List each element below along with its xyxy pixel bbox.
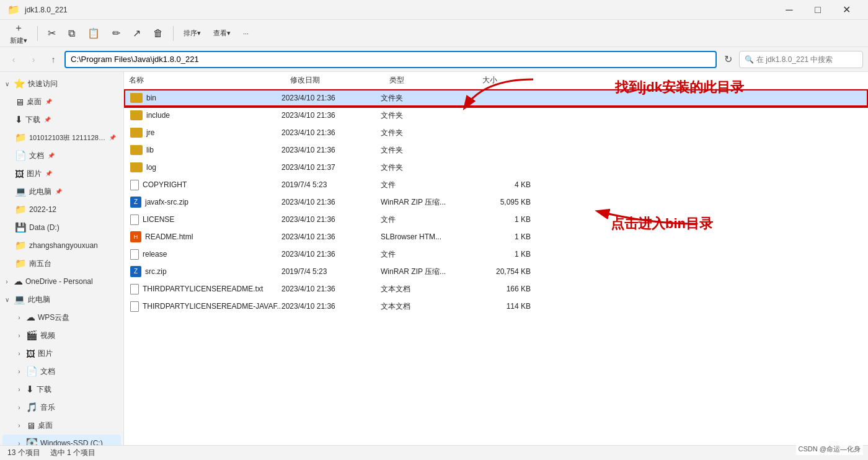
sidebar-item-onedrive[interactable]: › ☁ OneDrive - Personal — [2, 273, 121, 290]
file-name-cell: THIRDPARTYLICENSEREADME.txt — [130, 284, 281, 294]
file-list: bin 2023/4/10 21:36 文件夹 include 2023/4/1… — [124, 89, 868, 315]
cut-button[interactable]: ✂ — [43, 22, 61, 45]
file-type-cell: 文件夹 — [381, 93, 474, 104]
status-bar: 13 个项目 选中 1 个项目 — [0, 445, 868, 460]
back-button[interactable]: ‹ — [5, 51, 22, 68]
table-row[interactable]: Z javafx-src.zip 2023/4/10 21:36 WinRAR … — [124, 193, 868, 211]
folder-icon-4: 📁 — [15, 258, 27, 269]
sidebar-item-pictures[interactable]: 🖼 图片 📌 — [2, 165, 121, 182]
paste-button[interactable]: 📋 — [82, 22, 105, 45]
table-row[interactable]: THIRDPARTYLICENSEREADME.txt 2023/4/10 21… — [124, 280, 868, 298]
column-name[interactable]: 名称 — [129, 75, 290, 86]
file-size-cell: 166 KB — [474, 285, 536, 293]
close-button[interactable]: ✕ — [832, 0, 861, 20]
table-row[interactable]: THIRDPARTYLICENSEREADME-JAVAF... 2023/4/… — [124, 298, 868, 315]
share-icon: ↗ — [133, 27, 141, 39]
search-box[interactable]: 🔍 — [739, 51, 863, 68]
html-icon: H — [130, 231, 141, 242]
up-button[interactable]: ↑ — [45, 51, 62, 68]
more-button[interactable]: ··· — [238, 22, 254, 45]
file-size-cell: 1 KB — [474, 232, 536, 241]
sidebar-item-thispc[interactable]: 💻 此电脑 📌 — [2, 183, 121, 200]
file-date-cell: 2023/4/10 21:36 — [281, 285, 381, 293]
window-title: jdk1.8.0_221 — [25, 6, 68, 14]
chevron-right-icon-9: › — [15, 440, 24, 446]
file-icon — [130, 215, 139, 225]
sidebar-item-desktop2[interactable]: › 🖥 桌面 — [2, 417, 121, 434]
sidebar-item-music[interactable]: › 🎵 音乐 — [2, 399, 121, 416]
new-button[interactable]: ＋ 新建▾ — [5, 22, 32, 45]
maximize-button[interactable]: □ — [804, 0, 832, 20]
table-row[interactable]: release 2023/4/10 21:36 文件 1 KB — [124, 245, 868, 263]
toolbar: ＋ 新建▾ ✂ ⧉ 📋 ✏ ↗ 🗑 排序▾ 查看▾ ··· — [0, 20, 868, 47]
sidebar-item-wps[interactable]: › ☁ WPS云盘 — [2, 309, 121, 326]
table-row[interactable]: log 2023/4/10 21:37 文件夹 — [124, 159, 868, 176]
sidebar-item-class[interactable]: 📁 101012103班 1211128 王鑫 📌 — [2, 129, 121, 146]
pin-icon-4: 📌 — [48, 153, 55, 159]
column-size[interactable]: 大小 — [482, 75, 544, 86]
copy-button[interactable]: ⧉ — [63, 22, 80, 45]
cloud-icon-2: ☁ — [26, 312, 35, 323]
pin-icon-2: 📌 — [44, 117, 51, 123]
view-button[interactable]: 查看▾ — [208, 22, 236, 45]
sidebar-item-downloads2[interactable]: › ⬇ 下载 — [2, 381, 121, 398]
file-type-cell: WinRAR ZIP 压缩... — [381, 197, 474, 208]
file-name-cell: include — [130, 110, 281, 120]
drive-icon-2: 💽 — [26, 438, 38, 445]
file-icon — [130, 249, 139, 260]
table-row[interactable]: include 2023/4/10 21:36 文件夹 — [124, 107, 868, 124]
file-type-cell: 文件夹 — [381, 162, 474, 173]
file-name-cell: bin — [130, 93, 281, 103]
table-row[interactable]: Z src.zip 2019/7/4 5:23 WinRAR ZIP 压缩...… — [124, 263, 868, 280]
sidebar-item-desktop[interactable]: 🖥 桌面 📌 — [2, 93, 121, 110]
sidebar-item-thispc2[interactable]: ∨ 💻 此电脑 — [2, 291, 121, 308]
address-box[interactable] — [64, 51, 717, 68]
sidebar-item-zhang[interactable]: 📁 zhangshangyouxuan — [2, 237, 121, 254]
file-name-cell: THIRDPARTYLICENSEREADME-JAVAF... — [130, 301, 281, 312]
column-date[interactable]: 修改日期 — [290, 75, 389, 86]
video-icon: 🎬 — [26, 330, 38, 341]
sidebar-item-pictures2[interactable]: › 🖼 图片 — [2, 345, 121, 362]
sort-button[interactable]: 排序▾ — [179, 22, 206, 45]
content-area: 名称 修改日期 类型 大小 bin 2023/4/10 21:36 文件夹 in… — [124, 72, 868, 445]
chevron-right-icon: › — [2, 278, 11, 285]
forward-button[interactable]: › — [25, 51, 42, 68]
new-icon: ＋ — [14, 22, 24, 35]
minimize-button[interactable]: ─ — [775, 0, 804, 20]
chevron-right-icon-2: › — [15, 314, 24, 321]
table-row[interactable]: jre 2023/4/10 21:36 文件夹 — [124, 124, 868, 141]
pin-icon: 📌 — [45, 99, 52, 105]
rename-button[interactable]: ✏ — [107, 22, 125, 45]
sidebar-item-quickaccess[interactable]: ∨ ⭐ 快速访问 — [2, 75, 121, 92]
sidebar-item-2022-12[interactable]: 📁 2022-12 — [2, 201, 121, 218]
file-size-cell: 4 KB — [474, 180, 536, 189]
sidebar-item-downloads[interactable]: ⬇ 下载 📌 — [2, 111, 121, 128]
address-input[interactable] — [71, 55, 711, 64]
table-row[interactable]: H README.html 2023/4/10 21:36 SLBrowser … — [124, 228, 868, 245]
status-selected: 选中 1 个项目 — [50, 448, 95, 458]
sidebar-item-docs[interactable]: 📄 文档 📌 — [2, 147, 121, 164]
search-input[interactable] — [756, 55, 857, 64]
table-row[interactable]: LICENSE 2023/4/10 21:36 文件 1 KB — [124, 211, 868, 228]
address-bar-area: ‹ › ↑ ↻ 🔍 — [0, 47, 868, 72]
music-icon: 🎵 — [26, 402, 38, 413]
sidebar-item-datad[interactable]: 💾 Data (D:) — [2, 219, 121, 236]
refresh-button[interactable]: ↻ — [719, 51, 737, 68]
file-date-cell: 2023/4/10 21:37 — [281, 163, 381, 172]
table-row[interactable]: COPYRIGHT 2019/7/4 5:23 文件 4 KB — [124, 176, 868, 193]
file-type-cell: 文件夹 — [381, 128, 474, 138]
share-button[interactable]: ↗ — [128, 22, 146, 45]
table-row[interactable]: lib 2023/4/10 21:36 文件夹 — [124, 141, 868, 159]
file-date-cell: 2023/4/10 21:36 — [281, 215, 381, 224]
sidebar-item-nanwutai[interactable]: 📁 南五台 — [2, 255, 121, 272]
sidebar-item-docs2[interactable]: › 📄 文档 — [2, 363, 121, 380]
file-size-cell: 5,095 KB — [474, 198, 536, 206]
sidebar-item-video[interactable]: › 🎬 视频 — [2, 327, 121, 344]
sidebar-item-windows-ssd[interactable]: › 💽 Windows-SSD (C:) — [2, 435, 121, 445]
delete-button[interactable]: 🗑 — [148, 22, 168, 45]
file-icon — [130, 180, 139, 190]
table-row[interactable]: bin 2023/4/10 21:36 文件夹 — [124, 89, 868, 107]
file-type-cell: 文件夹 — [381, 110, 474, 121]
file-date-cell: 2023/4/10 21:36 — [281, 94, 381, 102]
column-type[interactable]: 类型 — [389, 75, 482, 86]
